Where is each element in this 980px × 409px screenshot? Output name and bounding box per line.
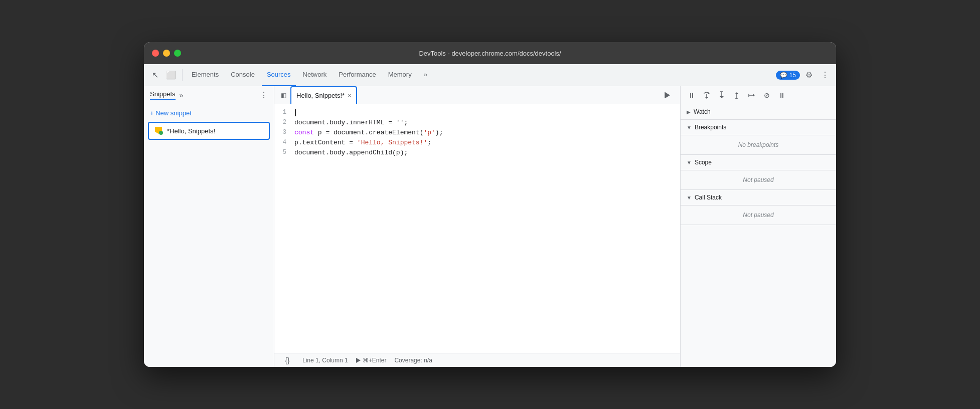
minimize-button[interactable] bbox=[163, 50, 170, 57]
tab-console[interactable]: Console bbox=[226, 64, 260, 86]
scope-not-paused-text: Not paused bbox=[743, 176, 773, 183]
sidebar-title: Snippets bbox=[150, 90, 176, 100]
snippet-item[interactable]: *Hello, Snippets! bbox=[148, 122, 270, 140]
scope-label: Scope bbox=[695, 159, 712, 166]
close-button[interactable] bbox=[152, 50, 159, 57]
callstack-not-paused-text: Not paused bbox=[743, 212, 773, 219]
cursor-icon[interactable]: ↖ bbox=[148, 68, 162, 82]
step-over-button[interactable] bbox=[700, 88, 714, 102]
snippet-dot bbox=[159, 131, 163, 135]
tab-elements[interactable]: Elements bbox=[187, 64, 224, 86]
debugger-toolbar: ⏸ bbox=[681, 86, 836, 104]
notifications-badge[interactable]: 💬 15 bbox=[776, 71, 800, 80]
breakpoints-label: Breakpoints bbox=[695, 124, 726, 131]
scope-content: Not paused bbox=[681, 170, 836, 190]
line-number-4: 4 bbox=[274, 139, 294, 146]
code-editor[interactable]: 1 2 document.body.innerHTML = ''; 3 cons… bbox=[274, 104, 680, 353]
tab-network[interactable]: Network bbox=[298, 64, 332, 86]
breakpoints-arrow-icon: ▼ bbox=[687, 125, 692, 130]
panel-toggle-button[interactable]: ◧ bbox=[276, 88, 290, 102]
sidebar-menu-button[interactable]: ⋮ bbox=[260, 90, 268, 100]
breakpoints-content: No breakpoints bbox=[681, 135, 836, 155]
editor-tab-close-button[interactable]: × bbox=[348, 92, 351, 99]
titlebar: DevTools - developer.chrome.com/docs/dev… bbox=[144, 42, 836, 64]
step-out-button[interactable] bbox=[730, 88, 744, 102]
code-line-2: 2 document.body.innerHTML = ''; bbox=[274, 118, 680, 128]
step-over-icon bbox=[702, 91, 711, 100]
window-title: DevTools - developer.chrome.com/docs/dev… bbox=[419, 50, 561, 57]
more-tabs-button[interactable]: » bbox=[419, 64, 432, 86]
sidebar: Snippets » ⋮ + New snippet *Hello, Snipp… bbox=[144, 86, 274, 367]
callstack-arrow-icon: ▼ bbox=[687, 195, 692, 200]
watch-label: Watch bbox=[694, 108, 711, 115]
tab-sources[interactable]: Sources bbox=[262, 64, 296, 86]
pause-resume-button[interactable]: ⏸ bbox=[685, 88, 699, 102]
step-icon bbox=[747, 91, 756, 100]
line-number-5: 5 bbox=[274, 149, 294, 156]
snippet-name: *Hello, Snippets! bbox=[167, 127, 215, 135]
step-into-icon bbox=[717, 91, 726, 100]
run-snippet-button[interactable] bbox=[660, 88, 674, 102]
callstack-section-header[interactable]: ▼ Call Stack bbox=[681, 190, 836, 206]
line-number-2: 2 bbox=[274, 119, 294, 126]
svg-marker-12 bbox=[753, 94, 755, 97]
deactivate-breakpoints-button[interactable]: ⊘ bbox=[760, 88, 774, 102]
coverage-label: Coverage: n/a bbox=[394, 357, 432, 364]
maximize-button[interactable] bbox=[174, 50, 181, 57]
run-icon bbox=[663, 91, 671, 99]
callstack-content: Not paused bbox=[681, 206, 836, 225]
line-content-5: document.body.appendChild(p); bbox=[294, 149, 408, 156]
step-into-button[interactable] bbox=[715, 88, 729, 102]
code-line-5: 5 document.body.appendChild(p); bbox=[274, 148, 680, 158]
sidebar-more-button[interactable]: » bbox=[180, 91, 184, 99]
window-controls bbox=[152, 50, 181, 57]
settings-button[interactable]: ⚙ bbox=[802, 68, 816, 82]
editor-tab-bar: ◧ Hello, Snippets!* × bbox=[274, 86, 680, 104]
toolbar-divider bbox=[182, 69, 183, 81]
pause-on-exceptions-button[interactable]: ⏸ bbox=[775, 88, 789, 102]
badge-icon: 💬 bbox=[780, 72, 787, 79]
devtools-window: DevTools - developer.chrome.com/docs/dev… bbox=[144, 42, 836, 367]
editor-tab-label: Hello, Snippets!* bbox=[296, 92, 345, 99]
line-content-1 bbox=[294, 109, 296, 116]
line-content-2: document.body.innerHTML = ''; bbox=[294, 119, 408, 126]
breakpoints-section-header[interactable]: ▼ Breakpoints bbox=[681, 120, 836, 135]
svg-marker-9 bbox=[735, 92, 739, 94]
toolbar-right: 💬 15 ⚙ ⋮ bbox=[776, 68, 832, 82]
step-out-icon bbox=[732, 91, 741, 100]
no-breakpoints-text: No breakpoints bbox=[738, 141, 779, 148]
svg-marker-0 bbox=[665, 92, 670, 98]
editor-area: ◧ Hello, Snippets!* × 1 bbox=[274, 86, 681, 367]
step-button[interactable] bbox=[745, 88, 759, 102]
watch-section-header[interactable]: ▶ Watch bbox=[681, 104, 836, 120]
svg-marker-6 bbox=[720, 96, 724, 98]
svg-marker-4 bbox=[705, 97, 708, 99]
editor-tab-hello-snippets[interactable]: Hello, Snippets!* × bbox=[290, 86, 357, 104]
snippet-icon bbox=[155, 127, 163, 135]
line-number-3: 3 bbox=[274, 129, 294, 136]
badge-count: 15 bbox=[789, 72, 796, 79]
format-button[interactable]: {} bbox=[280, 353, 294, 367]
tab-performance[interactable]: Performance bbox=[334, 64, 381, 86]
right-panel: ⏸ bbox=[681, 86, 836, 367]
code-line-4: 4 p.textContent = 'Hello, Snippets!'; bbox=[274, 138, 680, 148]
inspect-icon[interactable]: ⬜ bbox=[164, 68, 178, 82]
line-content-3: const p = document.createElement('p'); bbox=[294, 129, 443, 136]
cursor-position: Line 1, Column 1 bbox=[302, 357, 348, 364]
code-line-3: 3 const p = document.createElement('p'); bbox=[274, 128, 680, 138]
watch-arrow-icon: ▶ bbox=[687, 109, 691, 115]
more-options-button[interactable]: ⋮ bbox=[818, 68, 832, 82]
run-triangle-icon bbox=[356, 358, 361, 363]
line-content-4: p.textContent = 'Hello, Snippets!'; bbox=[294, 139, 431, 146]
line-number-1: 1 bbox=[274, 109, 294, 116]
tab-memory[interactable]: Memory bbox=[383, 64, 417, 86]
scope-section-header[interactable]: ▼ Scope bbox=[681, 155, 836, 170]
status-bar: {} Line 1, Column 1 ⌘+Enter Coverage: n/… bbox=[274, 353, 680, 367]
scope-arrow-icon: ▼ bbox=[687, 160, 692, 165]
main-content: Snippets » ⋮ + New snippet *Hello, Snipp… bbox=[144, 86, 836, 367]
sidebar-header: Snippets » ⋮ bbox=[144, 86, 274, 104]
callstack-label: Call Stack bbox=[695, 194, 722, 201]
code-line-1: 1 bbox=[274, 108, 680, 118]
run-shortcut[interactable]: ⌘+Enter bbox=[356, 357, 387, 364]
new-snippet-button[interactable]: + New snippet bbox=[144, 104, 274, 122]
